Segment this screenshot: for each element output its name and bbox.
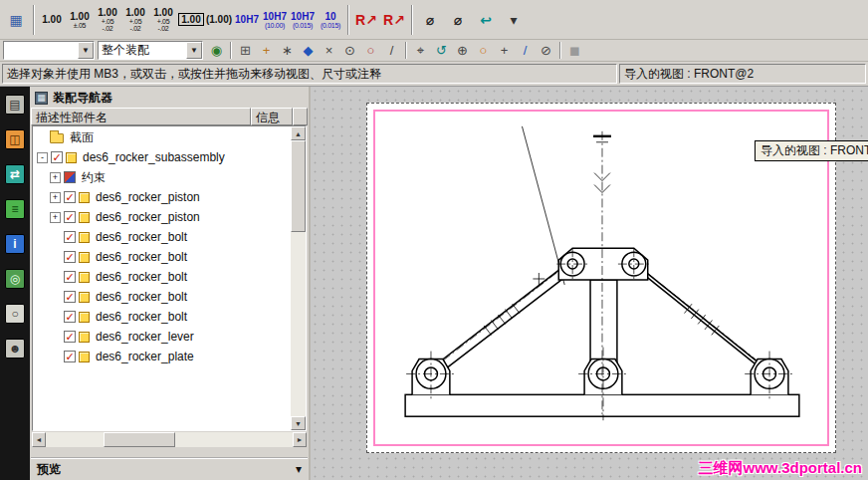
tree-row[interactable]: ✓des6_rocker_bolt [33,227,291,247]
expander-icon[interactable]: - [37,152,48,163]
palette-icon[interactable]: ▤ [5,95,25,115]
component-checkbox[interactable]: ✓ [64,231,76,243]
component-checkbox[interactable]: ✓ [64,271,76,283]
tree-row[interactable]: +✓des6_rocker_piston [33,207,291,227]
tree-row[interactable]: ✓des6_rocker_bolt [33,247,291,267]
tree-row[interactable]: ✓des6_rocker_plate [33,347,291,366]
roles-icon[interactable]: ☻ [5,339,25,359]
tree-item-label[interactable]: des6_rocker_lever [94,330,196,344]
dimension-style-button[interactable]: 10H7(10.00) [261,3,289,37]
dimension-style-button[interactable]: 10(0.015) [317,3,344,37]
snap-point-icon[interactable]: + [256,41,277,60]
display-cube-icon[interactable]: ◼ [564,41,585,60]
tree-row[interactable]: ✓des6_rocker_bolt [33,307,291,327]
graphics-area[interactable]: 导入的视图 : FRONT@2 三维网www.3dportal.cn [311,87,868,480]
snap-quadrant-icon[interactable]: ○ [360,41,381,60]
tree-row[interactable]: ✓des6_rocker_bolt [33,267,291,287]
expander-icon[interactable]: + [50,172,61,183]
scroll-left-icon[interactable]: ◄ [32,432,46,447]
column-header-name[interactable]: 描述性部件名 [31,108,251,125]
history-icon[interactable]: ○ [5,304,25,324]
snap-center-icon[interactable]: ⊙ [339,41,360,60]
component-checkbox[interactable]: ✓ [64,251,76,263]
snap-grid-icon[interactable]: ⊞ [235,41,256,60]
expander-icon[interactable]: + [50,192,61,203]
part-navigator-icon[interactable]: ≡ [5,199,25,219]
column-header-info[interactable]: 信息 [251,108,293,125]
wcs-icon[interactable]: ⊕ [452,41,473,60]
horizontal-scrollbar-thumb[interactable] [104,432,175,447]
scroll-right-icon[interactable]: ► [293,432,307,447]
vertical-scrollbar[interactable]: ▲ ▼ [291,126,306,430]
selection-sphere-icon[interactable]: ◉ [206,41,227,60]
scroll-up-icon[interactable]: ▲ [291,126,306,140]
drafting-sheet-icon[interactable]: ▦ [2,3,30,37]
chevron-down-icon[interactable]: ▾ [296,462,302,476]
selection-filter-dropdown[interactable]: ▼ [3,41,95,60]
snap-intersection-icon[interactable]: × [319,41,339,60]
diameter-dimension-icon[interactable]: ⌀ [416,3,444,37]
orient-view-icon[interactable]: ↺ [431,41,452,60]
tree-item-label[interactable]: des6_rocker_piston [94,190,202,204]
web-browser-icon[interactable]: ◎ [5,269,25,289]
snap-point-on-curve-icon[interactable]: / [381,41,402,60]
vertical-scrollbar-thumb[interactable] [291,140,306,232]
line-tool-icon[interactable]: / [515,41,536,60]
tree-item-label[interactable]: 截面 [68,129,96,146]
snap-endpoint-icon[interactable]: ∗ [277,41,298,60]
constraint-navigator-icon[interactable]: ⇄ [5,164,25,184]
assembly-navigator-icon[interactable]: ◫ [5,129,25,149]
snap-midpoint-icon[interactable]: ◆ [298,41,319,60]
information-icon[interactable]: i [5,234,25,254]
selection-scope-dropdown[interactable]: 整个装配 ▼ [98,41,203,60]
dimension-style-button[interactable]: 1.00 [177,3,205,37]
tree-row[interactable]: 截面 [33,127,291,147]
circle-tool-icon[interactable]: ○ [473,41,494,60]
vertical-scrollbar-track[interactable] [291,232,306,416]
tree-row[interactable]: +✓des6_rocker_piston [33,187,291,207]
scroll-down-icon[interactable]: ▼ [291,416,306,430]
dimension-style-button[interactable]: 1.00 [38,3,66,37]
tree-row[interactable]: -✓des6_rocker_subassembly [33,147,291,167]
component-checkbox[interactable]: ✓ [64,351,76,362]
component-checkbox[interactable]: ✓ [64,311,76,323]
tree-row[interactable]: +约束 [33,167,291,187]
tree-item-label[interactable]: des6_rocker_subassembly [81,150,227,164]
tree-item-label[interactable]: des6_rocker_bolt [94,250,189,264]
component-checkbox[interactable]: ✓ [64,291,76,303]
tree-item-label[interactable]: des6_rocker_piston [94,210,202,224]
dimension-style-button[interactable]: 10H7 [233,3,261,37]
dropdown-arrow-icon[interactable]: ▼ [186,42,202,59]
dimension-style-button[interactable]: 10H7(0.015) [289,3,317,37]
dimension-style-button[interactable]: 1.00+.05 -.02 [94,3,121,37]
tree-item-label[interactable]: des6_rocker_bolt [94,270,189,284]
dimension-style-button[interactable]: (1.00) [205,3,233,37]
tree-item-label[interactable]: des6_rocker_bolt [94,230,189,244]
tree-item-label[interactable]: des6_rocker_bolt [94,310,189,324]
point-constructor-icon[interactable]: ⌖ [410,41,431,60]
tree-item-label[interactable]: des6_rocker_plate [94,350,196,363]
horizontal-scrollbar[interactable]: ◄ ► [32,432,307,447]
dimension-style-button[interactable]: 1.00+.05 -.02 [121,3,149,37]
undo-arrow-icon[interactable]: ↩ [472,3,500,37]
erase-icon[interactable]: ⊘ [536,41,556,60]
radial-dimension-icon[interactable]: R↗ [352,3,380,37]
horizontal-scrollbar-track[interactable] [46,432,293,447]
component-checkbox[interactable]: ✓ [64,211,76,223]
dimension-style-button[interactable]: 1.00±.05 [66,3,94,37]
component-checkbox[interactable]: ✓ [64,191,76,203]
hole-callout-icon[interactable]: ⌀ [444,3,472,37]
dropdown-arrow-icon[interactable]: ▼ [78,42,94,59]
component-checkbox[interactable]: ✓ [64,331,76,343]
tree-item-label[interactable]: des6_rocker_bolt [94,290,189,304]
tree-item-label[interactable]: 约束 [80,169,108,186]
dimension-style-button[interactable]: 1.00+.05 -.02 [149,3,177,37]
crosshair-icon[interactable]: + [494,41,515,60]
tree-row[interactable]: ✓des6_rocker_lever [33,327,291,347]
folded-radius-dimension-icon[interactable]: R↗ [380,3,408,37]
component-checkbox[interactable]: ✓ [51,151,63,163]
expander-icon[interactable]: + [50,212,61,223]
tree-row[interactable]: ✓des6_rocker_bolt [33,287,291,307]
preview-section-header[interactable]: 预览 ▾ [31,457,308,479]
toolbar-options-icon[interactable]: ▾ [500,3,528,37]
